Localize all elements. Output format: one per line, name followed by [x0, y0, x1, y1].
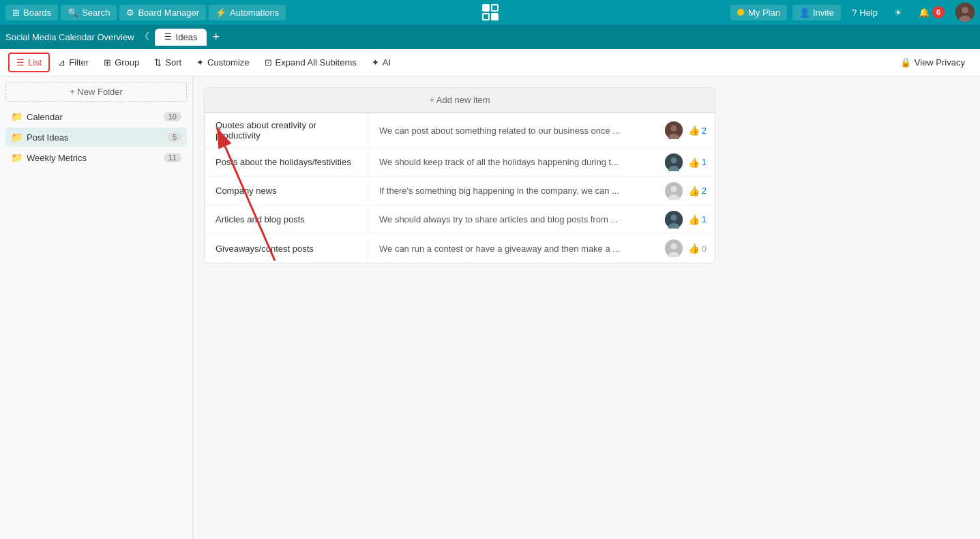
privacy-icon: 🔒: [900, 57, 911, 68]
svg-point-6: [670, 126, 677, 132]
like-count[interactable]: 👍 1: [688, 214, 715, 225]
like-count[interactable]: 👍 2: [688, 125, 715, 136]
row-desc: If there's something big happening in th…: [368, 179, 665, 203]
row-desc: We can post about something related to o…: [368, 119, 665, 143]
list-icon: ☰: [16, 57, 25, 68]
search-icon: 🔍: [68, 8, 78, 18]
filter-icon: ⊿: [58, 57, 65, 68]
table-row[interactable]: Giveaways/contest posts We can run a con…: [205, 234, 715, 263]
new-folder-button[interactable]: + New Folder: [5, 82, 187, 102]
row-desc: We should always try to share articles a…: [368, 207, 665, 231]
ai-label: AI: [383, 57, 391, 68]
bell-icon: 🔔: [919, 8, 930, 18]
breadcrumb-title: Social Media Calendar Overview: [5, 32, 134, 42]
svg-point-1: [962, 7, 968, 14]
main-layout: + New Folder 📁 Calendar 10 📁 Post Ideas …: [0, 76, 980, 539]
automations-label: Automations: [230, 8, 279, 18]
avatar: [665, 239, 683, 257]
toolbar-right: 🔒 View Privacy: [893, 54, 972, 71]
notification-badge: 6: [932, 6, 945, 18]
folder-icon: 📁: [11, 111, 23, 122]
filter-label: Filter: [69, 57, 89, 68]
gear-icon: ☀: [894, 8, 902, 18]
sidebar-item-post-ideas[interactable]: 📁 Post Ideas 5: [5, 128, 187, 147]
board-manager-button[interactable]: ⚙ Board Manager: [119, 5, 206, 20]
tab-ideas-label: Ideas: [176, 32, 198, 42]
group-icon: ⊞: [104, 57, 111, 68]
ideas-content: + Add new item Quotes about creativity o…: [204, 87, 715, 263]
thumbs-up-icon: 👍: [688, 186, 700, 196]
content-area: + Add new item Quotes about creativity o…: [193, 76, 980, 539]
row-title: Articles and blog posts: [205, 207, 368, 231]
like-count[interactable]: 👍 2: [688, 186, 715, 196]
row-title: Company news: [205, 179, 368, 203]
invite-button[interactable]: 👤 Invite: [792, 5, 841, 20]
help-icon: ?: [852, 8, 857, 18]
automations-icon: ⚡: [216, 8, 226, 18]
svg-point-12: [670, 186, 677, 192]
my-plan-button[interactable]: My Plan: [730, 5, 787, 20]
search-button[interactable]: 🔍 Search: [61, 5, 117, 20]
sort-button[interactable]: ⇅ Sort: [147, 54, 188, 71]
group-label: Group: [115, 57, 139, 68]
svg-point-9: [670, 157, 677, 163]
invite-icon: 👤: [799, 8, 810, 18]
ai-icon: ✦: [372, 57, 379, 68]
boards-label: Boards: [23, 8, 51, 18]
thumbs-up-icon: 👍: [688, 125, 700, 136]
invite-label: Invite: [813, 8, 834, 18]
like-count[interactable]: 👍 0: [688, 243, 715, 254]
boards-icon: ⊞: [12, 8, 20, 18]
table-row[interactable]: Posts about the holidays/festivities We …: [205, 148, 715, 177]
row-desc: We can run a contest or have a giveaway …: [368, 237, 665, 261]
my-plan-icon: [737, 9, 744, 16]
view-privacy-button[interactable]: 🔒 View Privacy: [893, 54, 972, 71]
row-desc: We should keep track of all the holidays…: [368, 150, 665, 174]
board-manager-icon: ⚙: [126, 8, 134, 18]
sort-label: Sort: [165, 57, 181, 68]
collapse-sidebar-button[interactable]: 《: [140, 31, 149, 43]
nav-right: My Plan 👤 Invite ? Help ☀ 🔔 6: [730, 3, 975, 22]
folder-icon-3: 📁: [11, 152, 23, 163]
sidebar: + New Folder 📁 Calendar 10 📁 Post Ideas …: [0, 76, 193, 539]
avatar: [665, 211, 683, 229]
expand-label: Expand All Subitems: [276, 57, 357, 68]
customize-label: Customize: [207, 57, 249, 68]
avatar: [665, 154, 683, 171]
breadcrumb-bar: Social Media Calendar Overview 《 ☰ Ideas…: [0, 25, 980, 49]
customize-button[interactable]: ✦ Customize: [190, 54, 256, 71]
row-title: Giveaways/contest posts: [205, 237, 368, 261]
ai-button[interactable]: ✦ AI: [365, 54, 398, 71]
search-label: Search: [82, 8, 110, 18]
table-row[interactable]: Company news If there's something big ha…: [205, 177, 715, 205]
add-tab-button[interactable]: +: [212, 31, 220, 43]
avatar[interactable]: [955, 3, 975, 22]
svg-point-18: [670, 244, 677, 250]
tab-ideas-icon: ☰: [164, 32, 172, 42]
svg-point-15: [670, 214, 677, 220]
ideas-table: Quotes about creativity or productivity …: [204, 113, 715, 263]
list-view-button[interactable]: ☰ List: [8, 53, 50, 72]
boards-button[interactable]: ⊞ Boards: [5, 5, 58, 20]
notifications-button[interactable]: 🔔 6: [913, 3, 950, 21]
add-item-button[interactable]: + Add new item: [204, 87, 715, 113]
board-manager-label: Board Manager: [138, 8, 199, 18]
group-button[interactable]: ⊞ Group: [97, 54, 146, 71]
sidebar-item-calendar[interactable]: 📁 Calendar 10: [5, 107, 187, 126]
settings-button[interactable]: ☀: [889, 5, 908, 20]
expand-icon: ⊡: [265, 57, 272, 68]
filter-button[interactable]: ⊿ Filter: [51, 54, 95, 71]
toolbar: ☰ List ⊿ Filter ⊞ Group ⇅ Sort ✦ Customi…: [0, 49, 980, 76]
like-count[interactable]: 👍 1: [688, 157, 715, 168]
tab-ideas[interactable]: ☰ Ideas: [155, 29, 207, 46]
expand-subitems-button[interactable]: ⊡ Expand All Subitems: [258, 54, 363, 71]
avatar: [665, 182, 683, 200]
help-button[interactable]: ? Help: [846, 5, 883, 20]
thumbs-up-icon: 👍: [688, 243, 700, 254]
table-row[interactable]: Quotes about creativity or productivity …: [205, 113, 715, 148]
automations-button[interactable]: ⚡ Automations: [209, 5, 286, 20]
sidebar-item-weekly-metrics[interactable]: 📁 Weekly Metrics 11: [5, 148, 187, 167]
my-plan-label: My Plan: [748, 8, 780, 18]
table-row[interactable]: Articles and blog posts We should always…: [205, 205, 715, 234]
top-nav: ⊞ Boards 🔍 Search ⚙ Board Manager ⚡ Auto…: [0, 0, 980, 25]
